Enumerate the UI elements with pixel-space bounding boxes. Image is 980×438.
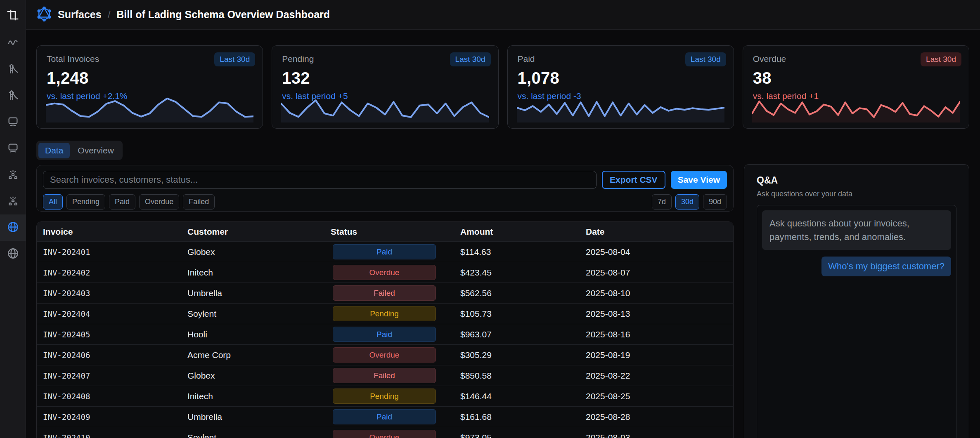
globe-icon [7,221,19,235]
status-cell: Overdue [331,430,460,438]
invoice-id-cell: INV-202404 [43,309,187,318]
time-filter-30d[interactable]: 30d [675,194,699,210]
date-cell: 2025-08-19 [586,350,733,360]
customer-cell: Globex [187,371,331,381]
kpi-card-overdue: Overdue Last 30d 38 vs. last period +1 [743,45,969,129]
table-header-row: Invoice Customer Status Amount Date [37,222,733,241]
customer-cell: Initech [187,391,331,401]
sidebar-item-screen-2[interactable] [0,135,26,162]
filter-toolbar: Export CSV Save View All Pending Paid Ov… [36,165,734,212]
qa-assistant-message: Ask questions about your invoices, payme… [762,210,951,250]
status-cell: Pending [331,389,460,404]
sparkline-chart [281,93,489,122]
status-badge: Pending [333,389,436,404]
sidebar-item-team-1[interactable] [0,162,26,188]
status-cell: Failed [331,368,460,383]
kpi-card-pending: Pending Last 30d 132 vs. last period +5 [272,45,498,129]
status-cell: Failed [331,285,460,301]
export-csv-button[interactable]: Export CSV [602,171,665,189]
kpi-period-badge: Last 30d [214,52,255,66]
customer-cell: Acme Corp [187,350,331,360]
sidebar-item-surfaces-active[interactable] [0,214,26,241]
status-cell: Overdue [331,347,460,363]
breadcrumb-separator: / [108,9,111,21]
qa-title: Q&A [757,175,956,186]
date-cell: 2025-08-10 [586,288,733,298]
table-row: INV-202402 Initech Overdue $423.45 2025-… [37,262,733,283]
invoice-id-cell: INV-202407 [43,371,187,380]
kpi-period-badge: Last 30d [685,52,726,66]
slide-icon [7,89,19,102]
kpi-value: 132 [282,69,488,87]
table-row: INV-202408 Initech Pending $146.44 2025-… [37,386,733,406]
table-row: INV-202406 Acme Corp Overdue $305.29 202… [37,344,733,365]
date-cell: 2025-08-13 [586,309,733,319]
sidebar-item-globe-2[interactable] [0,241,26,267]
sparkline-chart [46,93,253,122]
invoice-id-cell: INV-202403 [43,289,187,298]
date-cell: 2025-08-07 [586,268,733,278]
invoice-id-cell: INV-202401 [43,247,187,257]
status-filter-all[interactable]: All [43,194,63,210]
tab-overview[interactable]: Overview [71,143,121,158]
invoices-table: Invoice Customer Status Amount Date INV-… [36,221,734,438]
status-filter-failed[interactable]: Failed [183,194,215,210]
amount-cell: $305.29 [460,350,586,360]
column-header-status: Status [331,227,460,237]
status-badge: Paid [333,409,436,424]
qa-chat-area: Ask questions about your invoices, payme… [757,205,956,438]
breadcrumb-surfaces[interactable]: Surfaces [58,9,102,21]
save-view-button[interactable]: Save View [671,171,727,189]
sidebar [0,0,26,438]
amount-cell: $146.44 [460,391,586,401]
sidebar-item-team-2[interactable] [0,188,26,214]
status-badge: Paid [333,327,436,342]
app-logo-button[interactable] [0,7,26,24]
sidebar-item-screen-1[interactable] [0,109,26,135]
page-title: Bill of Lading Schema Overview Dashboard [116,9,330,21]
time-filter-7d[interactable]: 7d [652,194,672,210]
date-cell: 2025-08-25 [586,391,733,401]
kpi-period-badge: Last 30d [450,52,491,66]
kpi-card-paid: Paid Last 30d 1,078 vs. last period -3 [507,45,734,129]
amount-cell: $105.73 [460,309,586,319]
time-filter-90d[interactable]: 90d [703,194,727,210]
customer-cell: Umbrella [187,288,331,298]
customer-cell: Globex [187,247,331,257]
invoice-table-body: INV-202401 Globex Paid $114.63 2025-08-0… [37,241,733,438]
column-header-customer: Customer [187,227,331,237]
status-badge: Overdue [333,430,436,438]
status-filter-paid[interactable]: Paid [109,194,135,210]
invoice-id-cell: INV-202405 [43,330,187,339]
team-alert-icon [7,169,19,181]
column-header-amount: Amount [460,227,586,237]
frame-logo-icon [7,9,19,22]
kpi-cards-row: Total Invoices Last 30d 1,248 vs. last p… [36,45,969,129]
column-header-invoice: Invoice [43,227,187,237]
status-badge: Pending [333,306,436,321]
sidebar-item-playground-1[interactable] [0,56,26,82]
status-filter-overdue[interactable]: Overdue [139,194,179,210]
team-alert-icon [7,195,19,208]
table-row: INV-202403 Umbrella Failed $562.56 2025-… [37,283,733,303]
amount-cell: $963.07 [460,330,586,339]
status-badge: Failed [333,368,436,383]
tab-data[interactable]: Data [38,143,70,158]
column-header-date: Date [586,227,733,237]
view-tabs: Data Overview [36,141,123,160]
qa-suggestion-chip[interactable]: Who's my biggest customer? [821,257,951,276]
hexagon-graph-icon [37,7,52,23]
date-cell: 2025-08-04 [586,247,733,257]
status-badge: Failed [333,285,436,301]
kpi-value: 38 [753,69,959,87]
amount-cell: $161.68 [460,412,586,422]
status-badge: Paid [333,244,436,259]
search-input[interactable] [43,171,597,189]
sidebar-item-activity[interactable] [0,30,26,56]
status-cell: Paid [331,244,460,259]
sidebar-item-playground-2[interactable] [0,82,26,109]
customer-cell: Umbrella [187,412,331,422]
invoice-id-cell: INV-202408 [43,392,187,401]
status-filter-pending[interactable]: Pending [66,194,105,210]
kpi-value: 1,248 [47,69,253,87]
